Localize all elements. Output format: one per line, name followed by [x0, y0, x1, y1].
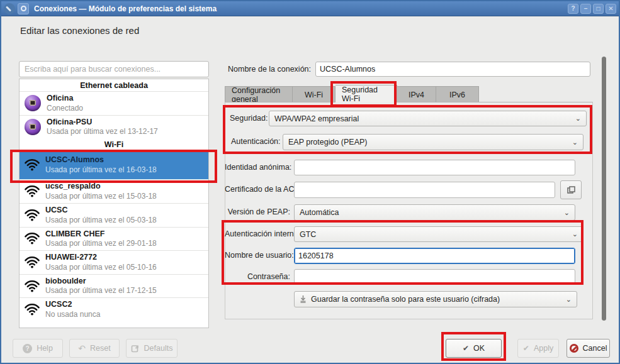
- connection-status: Usada por última vez el 13-12-17: [47, 127, 158, 136]
- search-input[interactable]: [19, 61, 209, 77]
- ok-button-label: OK: [473, 344, 485, 353]
- connection-name: ucsc_respaldo: [45, 182, 157, 192]
- tab-wifi[interactable]: Wi-Fi: [293, 86, 335, 102]
- ca-cert-input[interactable]: [294, 182, 555, 198]
- inner-auth-label: Autenticación interna:: [225, 229, 290, 238]
- copy-document-icon: [567, 186, 575, 194]
- ethernet-globe-icon: [25, 119, 41, 135]
- password-label: Contraseña:: [225, 272, 290, 281]
- help-bubble-icon: ?: [23, 344, 32, 353]
- wifi-icon: [25, 280, 40, 292]
- undo-arrow-icon: ↶: [78, 344, 86, 353]
- chevron-down-icon: ⌄: [575, 114, 581, 123]
- tab-ipv4[interactable]: IPv4: [397, 86, 436, 102]
- window-title: Conexiones — Módulo de preferencias del …: [34, 4, 565, 13]
- connection-name: UCSC: [45, 206, 157, 216]
- connection-name: CLIMBER CHEF: [45, 229, 157, 240]
- tab-configuracion-general[interactable]: Configuración general: [225, 86, 293, 102]
- maximize-button[interactable]: □: [593, 4, 604, 14]
- defaults-button-label: Defaults: [144, 344, 173, 353]
- chevron-down-icon: ⌄: [572, 230, 578, 238]
- ca-cert-label: Certificado de la AC:: [225, 185, 290, 194]
- section-header-ethernet: Ethernet cableada: [20, 79, 208, 91]
- list-item-oficina-psu[interactable]: Oficina-PSU Usada por última vez el 13-1…: [20, 115, 208, 139]
- list-item-ucsc[interactable]: UCSC Usada por última vez el 05-03-18: [20, 203, 208, 227]
- minimize-button[interactable]: –: [580, 4, 591, 14]
- security-combobox[interactable]: WPA/WPA2 empresarial ⌄: [269, 111, 587, 126]
- connection-name: bioboulder: [45, 277, 157, 287]
- connection-status: Usada por última vez el 17-12-15: [45, 286, 157, 295]
- peap-version-value: Automática: [300, 208, 339, 217]
- connection-status: No usada nunca: [45, 310, 100, 319]
- cancel-button-label: Cancel: [583, 344, 607, 353]
- wifi-icon: [25, 159, 40, 171]
- chevron-down-icon: ⌄: [564, 209, 570, 217]
- auth-value: EAP protegido (PEAP): [288, 138, 368, 146]
- connection-name-input[interactable]: [315, 62, 590, 77]
- editor-panel: Nombre de la conexión: Configuración gen…: [225, 58, 593, 321]
- security-label: Seguridad:: [230, 114, 268, 123]
- cancel-prohibition-icon: [570, 344, 578, 353]
- check-icon: ✔: [523, 344, 529, 353]
- cancel-button[interactable]: Cancel: [566, 339, 610, 358]
- app-wrench-icon: [4, 3, 15, 14]
- tab-seguridad-wifi[interactable]: Seguridad Wi-Fi: [335, 85, 397, 102]
- reset-button[interactable]: ↶ Reset: [69, 339, 120, 358]
- titlebar: Conexiones — Módulo de preferencias del …: [1, 1, 619, 16]
- auth-combobox[interactable]: EAP protegido (PEAP) ⌄: [283, 134, 583, 150]
- connection-list: Ethernet cableada Oficina Conectado Ofic…: [19, 79, 209, 328]
- auth-label: Autenticación:: [231, 137, 281, 146]
- apply-button[interactable]: ✔ Apply: [517, 339, 559, 358]
- peap-version-combobox[interactable]: Automática ⌄: [294, 204, 575, 221]
- help-button-label: Help: [37, 344, 53, 353]
- connection-status: Conectado: [47, 104, 83, 113]
- wifi-icon: [25, 185, 40, 197]
- connection-name: UCSC2: [45, 300, 100, 310]
- save-password-combobox[interactable]: Guardar la contraseña solo para este usu…: [294, 291, 577, 307]
- vertical-scrollbar[interactable]: [602, 57, 606, 321]
- restore-defaults-icon: [131, 344, 140, 353]
- defaults-button[interactable]: Defaults: [126, 339, 178, 358]
- anon-identity-input[interactable]: [294, 160, 575, 175]
- save-password-value: Guardar la contraseña solo para este usu…: [311, 295, 500, 304]
- anon-identity-label: Identidad anónima:: [225, 163, 290, 172]
- help-window-button[interactable]: ?: [568, 4, 578, 14]
- check-icon: ✔: [463, 344, 469, 353]
- wifi-icon: [25, 256, 40, 268]
- chevron-down-icon: ⌄: [566, 295, 572, 304]
- connection-name: UCSC-Alumnos: [45, 155, 157, 165]
- username-input[interactable]: [294, 248, 575, 264]
- close-button[interactable]: ✕: [606, 4, 616, 14]
- wifi-icon: [25, 233, 40, 245]
- list-item-ucsc-respaldo[interactable]: ucsc_respaldo Usada por última vez el 15…: [20, 179, 208, 203]
- list-item-climber-chef[interactable]: CLIMBER CHEF Usada por última vez el 29-…: [20, 227, 208, 251]
- connection-name: Oficina-PSU: [47, 118, 158, 128]
- help-button[interactable]: ? Help: [13, 339, 63, 358]
- ethernet-globe-icon: [25, 95, 41, 111]
- list-item-bioboulder[interactable]: bioboulder Usada por última vez el 17-12…: [20, 274, 208, 298]
- ok-button[interactable]: ✔ OK: [446, 339, 502, 358]
- inner-auth-combobox[interactable]: GTC ⌄: [294, 226, 583, 242]
- password-input[interactable]: [294, 269, 575, 285]
- tab-ipv6[interactable]: IPv6: [436, 86, 479, 102]
- wifi-icon: [25, 304, 40, 316]
- inner-auth-value: GTC: [300, 230, 316, 239]
- tab-bar: Configuración general Wi-Fi Seguridad Wi…: [225, 85, 593, 102]
- connection-name: HUAWEI-2772: [45, 253, 157, 263]
- connection-status: Usada por última vez el 29-01-18: [45, 239, 157, 248]
- save-download-icon: [300, 295, 307, 303]
- apply-button-label: Apply: [534, 344, 553, 353]
- ca-cert-browse-button[interactable]: [560, 180, 582, 199]
- list-item-huawei-2772[interactable]: HUAWEI-2772 Usada por última vez el 05-1…: [20, 250, 208, 274]
- list-item-ucsc-alumnos[interactable]: UCSC-Alumnos Usada por última vez el 16-…: [20, 150, 208, 179]
- peap-version-label: Versión de PEAP:: [225, 207, 290, 216]
- page-title: Editar las conexiones de red: [20, 25, 139, 36]
- security-value: WPA/WPA2 empresarial: [274, 114, 359, 123]
- list-item-ucsc2[interactable]: UCSC2 No usada nunca: [20, 297, 208, 321]
- list-item-oficina[interactable]: Oficina Conectado: [20, 91, 208, 115]
- chevron-down-icon: ⌄: [572, 138, 578, 146]
- connection-status: Usada por última vez el 15-03-18: [45, 192, 157, 201]
- connection-status: Usada por última vez el 05-03-18: [45, 216, 157, 225]
- username-label: Nombre de usuario:: [225, 251, 290, 260]
- reset-button-label: Reset: [90, 344, 111, 353]
